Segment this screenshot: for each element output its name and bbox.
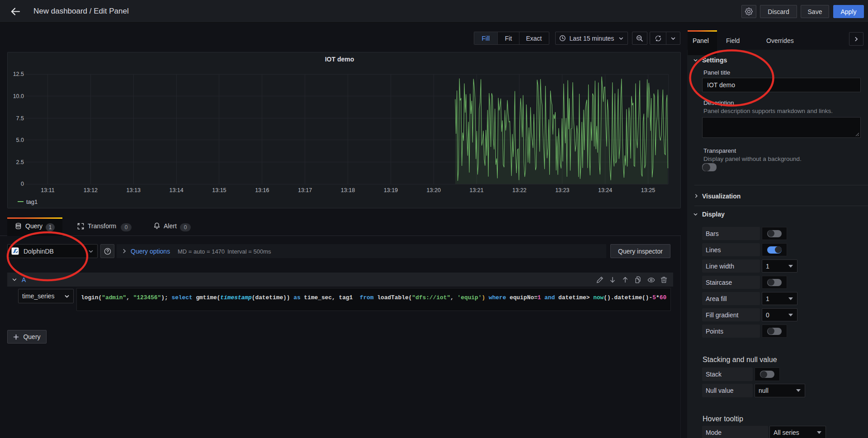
svg-text:13:23: 13:23 [555,187,569,193]
svg-text:13:16: 13:16 [255,187,269,193]
svg-text:13:17: 13:17 [298,187,312,193]
svg-text:IOT demo: IOT demo [325,56,354,63]
svg-text:13:11: 13:11 [41,187,54,193]
svg-text:13:15: 13:15 [212,187,226,193]
svg-text:13:12: 13:12 [84,187,98,193]
svg-text:13:25: 13:25 [641,187,655,193]
svg-text:2.5: 2.5 [16,159,24,165]
svg-text:0: 0 [21,181,24,187]
svg-text:13:21: 13:21 [469,187,483,193]
svg-text:13:24: 13:24 [598,187,612,193]
svg-text:12.5: 12.5 [13,71,24,77]
svg-text:13:19: 13:19 [384,187,398,193]
svg-text:13:20: 13:20 [427,187,441,193]
svg-text:7.5: 7.5 [16,115,24,122]
svg-text:5.0: 5.0 [16,137,24,143]
svg-text:13:14: 13:14 [169,187,183,193]
svg-text:13:22: 13:22 [512,187,526,193]
svg-text:10.0: 10.0 [13,93,24,99]
svg-text:13:13: 13:13 [127,187,141,193]
svg-text:tag1: tag1 [26,198,38,205]
svg-text:13:18: 13:18 [341,187,355,193]
